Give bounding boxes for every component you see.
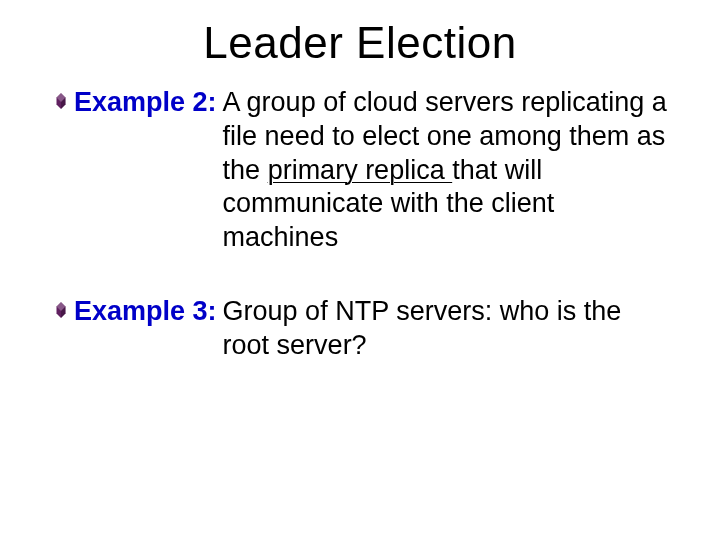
diamond-bullet-icon xyxy=(52,92,72,112)
diamond-bullet-icon xyxy=(52,301,72,321)
example-label: Example 2: xyxy=(74,86,223,120)
bullet-item: Example 3: Group of NTP servers: who is … xyxy=(52,295,670,363)
example-label: Example 3: xyxy=(74,295,223,329)
slide: Leader Election Example 2: A group of cl… xyxy=(0,0,720,540)
example-description: A group of cloud servers replicating a f… xyxy=(223,86,670,255)
example-description: Group of NTP servers: who is the root se… xyxy=(223,295,670,363)
bullet-item: Example 2: A group of cloud servers repl… xyxy=(52,86,670,255)
slide-body: Example 2: A group of cloud servers repl… xyxy=(0,68,720,362)
slide-title: Leader Election xyxy=(0,0,720,68)
